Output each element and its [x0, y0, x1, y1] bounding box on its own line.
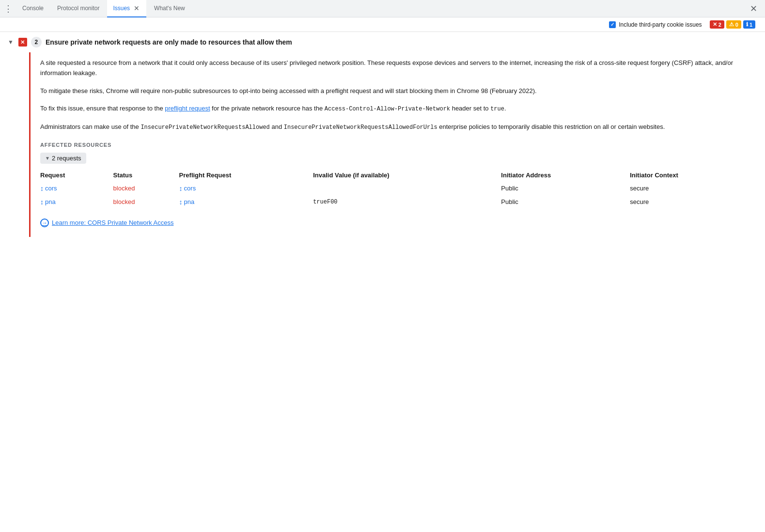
col-status: Status — [113, 169, 179, 182]
learn-more-icon: → — [40, 219, 49, 227]
preflight-request-link[interactable]: preflight request — [165, 105, 210, 112]
badge-warning-count: 0 — [735, 22, 738, 28]
main-content: ▼ ✕ 2 Ensure private network requests ar… — [0, 32, 765, 529]
badge-error: ✕ 2 — [710, 20, 724, 29]
preflight-request-link-text: preflight request — [165, 105, 210, 112]
resources-table: Request Status Preflight Request Invalid… — [40, 169, 755, 209]
issue-para-3: To fix this issue, ensure that response … — [40, 104, 755, 114]
row1-preflight[interactable]: ↕ cors — [179, 182, 313, 195]
devtools-menu-icon[interactable]: ⋮ — [4, 3, 13, 14]
issue-para-3-code1: Access-Control-Allow-Private-Network — [325, 106, 450, 112]
issue-para-4-middle: and — [270, 123, 284, 130]
row2-preflight-icon: ↕ — [179, 198, 183, 206]
tab-bar: ⋮ Console Protocol monitor Issues ✕ What… — [0, 0, 765, 17]
row2-preflight-text: pna — [184, 198, 195, 205]
tab-issues-close[interactable]: ✕ — [133, 4, 141, 12]
row1-status: blocked — [113, 182, 179, 195]
row2-status: blocked — [113, 195, 179, 209]
requests-toggle[interactable]: ▼ 2 requests — [40, 153, 86, 164]
badge-info-count: 1 — [749, 22, 752, 28]
third-party-cookie-checkbox[interactable] — [609, 21, 616, 28]
table-row: ↕ pna blocked ↕ pna trueF00 Publ — [40, 195, 755, 209]
issue-title: Ensure private network requests are only… — [46, 38, 292, 46]
col-initiator-address: Initiator Address — [501, 169, 630, 182]
row2-invalid-value: trueF00 — [313, 195, 501, 209]
issue-para-4: Administrators can make use of the Insec… — [40, 122, 755, 132]
issue-para-3-middle: for the private network resource has the — [210, 105, 325, 112]
row2-request-text: pna — [45, 198, 56, 205]
row1-preflight-link[interactable]: ↕ cors — [179, 185, 306, 192]
learn-more-label: Learn more: CORS Private Network Access — [52, 219, 173, 226]
row2-initiator-address: Public — [501, 195, 630, 209]
issue-count-badge: 2 — [31, 37, 42, 47]
issue-para-4-after: enterprise policies to temporarily disab… — [437, 123, 665, 130]
issue-body: A site requested a resource from a netwo… — [29, 52, 765, 237]
issue-chevron-icon: ▼ — [8, 39, 14, 46]
tab-issues[interactable]: Issues ✕ — [107, 0, 146, 17]
issue-para-3-before: To fix this issue, ensure that response … — [40, 105, 165, 112]
row2-preflight-link[interactable]: ↕ pna — [179, 198, 306, 206]
badge-warning: ⚠ 0 — [726, 20, 741, 29]
learn-more-link[interactable]: → Learn more: CORS Private Network Acces… — [40, 219, 755, 227]
devtools-close-button[interactable]: ✕ — [746, 3, 761, 14]
requests-toggle-label: 2 requests — [52, 155, 81, 162]
row1-initiator-context: secure — [630, 182, 755, 195]
third-party-cookie-group[interactable]: Include third-party cookie issues — [609, 21, 702, 28]
issue-error-icon: ✕ — [18, 38, 27, 47]
issue-header[interactable]: ▼ ✕ 2 Ensure private network requests ar… — [0, 32, 765, 52]
issue-para-2: To mitigate these risks, Chrome will req… — [40, 86, 755, 96]
row1-preflight-text: cors — [184, 185, 196, 192]
table-body: ↕ cors blocked ↕ cors Public — [40, 182, 755, 209]
affected-resources-section: AFFECTED RESOURCES ▼ 2 requests Request … — [40, 142, 755, 209]
row2-request-icon: ↕ — [40, 198, 44, 206]
badge-info: ℹ 1 — [743, 20, 755, 29]
issue-para-1: A site requested a resource from a netwo… — [40, 58, 755, 78]
issue-para-4-code2: InsecurePrivateNetworkRequestsAllowedFor… — [284, 124, 437, 131]
third-party-cookie-label: Include third-party cookie issues — [619, 21, 702, 28]
table-head: Request Status Preflight Request Invalid… — [40, 169, 755, 182]
table-header-row: Request Status Preflight Request Invalid… — [40, 169, 755, 182]
tab-whats-new-label: What's New — [154, 5, 185, 12]
badge-error-count: 2 — [718, 22, 721, 28]
tab-protocol-monitor-label: Protocol monitor — [57, 5, 99, 12]
badge-info-icon: ℹ — [746, 21, 748, 28]
issue-para-3-after: header set to — [450, 105, 490, 112]
row1-request-text: cors — [45, 185, 57, 192]
issue-para-4-before: Administrators can make use of the — [40, 123, 141, 130]
row1-preflight-icon: ↕ — [179, 185, 183, 192]
tab-console-label: Console — [22, 5, 44, 12]
row2-initiator-context: secure — [630, 195, 755, 209]
row1-request-icon: ↕ — [40, 185, 44, 192]
row1-invalid-value — [313, 182, 501, 195]
issue-para-3-end: . — [504, 105, 506, 112]
col-invalid-value: Invalid Value (if available) — [313, 169, 501, 182]
table-row: ↕ cors blocked ↕ cors Public — [40, 182, 755, 195]
row1-request-link[interactable]: ↕ cors — [40, 185, 106, 192]
row1-initiator-address: Public — [501, 182, 630, 195]
col-initiator-context: Initiator Context — [630, 169, 755, 182]
tab-protocol-monitor[interactable]: Protocol monitor — [51, 0, 105, 17]
issue-para-3-code2: true — [490, 106, 504, 112]
col-preflight: Preflight Request — [179, 169, 313, 182]
row2-request[interactable]: ↕ pna — [40, 195, 113, 209]
affected-resources-label: AFFECTED RESOURCES — [40, 142, 755, 148]
badge-warning-icon: ⚠ — [729, 21, 734, 28]
row2-preflight[interactable]: ↕ pna — [179, 195, 313, 209]
row1-request[interactable]: ↕ cors — [40, 182, 113, 195]
tab-issues-label: Issues — [113, 5, 130, 12]
row2-request-link[interactable]: ↕ pna — [40, 198, 106, 206]
toolbar: Include third-party cookie issues ✕ 2 ⚠ … — [0, 17, 765, 32]
issue-badges: ✕ 2 ⚠ 0 ℹ 1 — [710, 20, 755, 29]
issue-para-4-code1: InsecurePrivateNetworkRequestsAllowed — [141, 124, 269, 131]
col-request: Request — [40, 169, 113, 182]
tab-console[interactable]: Console — [16, 0, 49, 17]
badge-error-icon: ✕ — [713, 21, 717, 28]
requests-chevron-icon: ▼ — [45, 156, 50, 161]
tab-whats-new[interactable]: What's New — [148, 0, 191, 17]
